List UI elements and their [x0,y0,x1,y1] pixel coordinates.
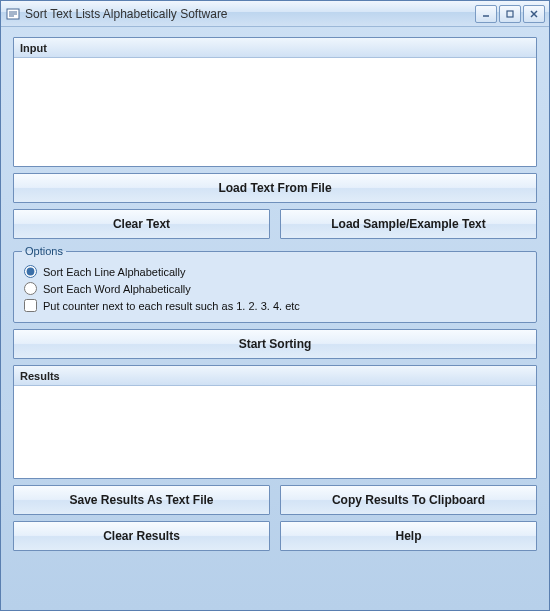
titlebar: Sort Text Lists Alphabetically Software [1,1,549,27]
options-legend: Options [22,245,66,257]
input-panel: Input [13,37,537,167]
options-group: Options Sort Each Line Alphabetically So… [13,245,537,323]
input-button-row: Clear Text Load Sample/Example Text [13,209,537,239]
clear-text-button[interactable]: Clear Text [13,209,270,239]
clear-results-button[interactable]: Clear Results [13,521,270,551]
radio-sort-line-label[interactable]: Sort Each Line Alphabetically [43,266,185,278]
help-button[interactable]: Help [280,521,537,551]
option-sort-line[interactable]: Sort Each Line Alphabetically [22,263,528,280]
results-textarea[interactable] [14,386,536,478]
minimize-button[interactable] [475,5,497,23]
copy-results-button[interactable]: Copy Results To Clipboard [280,485,537,515]
load-text-from-file-button[interactable]: Load Text From File [13,173,537,203]
radio-sort-line[interactable] [24,265,37,278]
input-textarea[interactable] [14,58,536,166]
save-results-button[interactable]: Save Results As Text File [13,485,270,515]
checkbox-counter-label[interactable]: Put counter next to each result such as … [43,300,300,312]
close-button[interactable] [523,5,545,23]
results-button-row-1: Save Results As Text File Copy Results T… [13,485,537,515]
input-panel-body [14,58,536,166]
start-sorting-button[interactable]: Start Sorting [13,329,537,359]
maximize-button[interactable] [499,5,521,23]
radio-sort-word-label[interactable]: Sort Each Word Alphabetically [43,283,191,295]
results-button-row-2: Clear Results Help [13,521,537,551]
window-controls [475,5,545,23]
option-counter[interactable]: Put counter next to each result such as … [22,297,528,314]
svg-rect-5 [507,11,513,17]
results-panel-body [14,386,536,478]
app-window: Sort Text Lists Alphabetically Software … [0,0,550,611]
option-sort-word[interactable]: Sort Each Word Alphabetically [22,280,528,297]
input-panel-header: Input [14,38,536,58]
client-area: Input Load Text From File Clear Text Loa… [1,27,549,610]
results-panel-header: Results [14,366,536,386]
radio-sort-word[interactable] [24,282,37,295]
load-sample-text-button[interactable]: Load Sample/Example Text [280,209,537,239]
window-title: Sort Text Lists Alphabetically Software [25,7,475,21]
app-icon [5,6,21,22]
checkbox-counter[interactable] [24,299,37,312]
results-panel: Results [13,365,537,479]
